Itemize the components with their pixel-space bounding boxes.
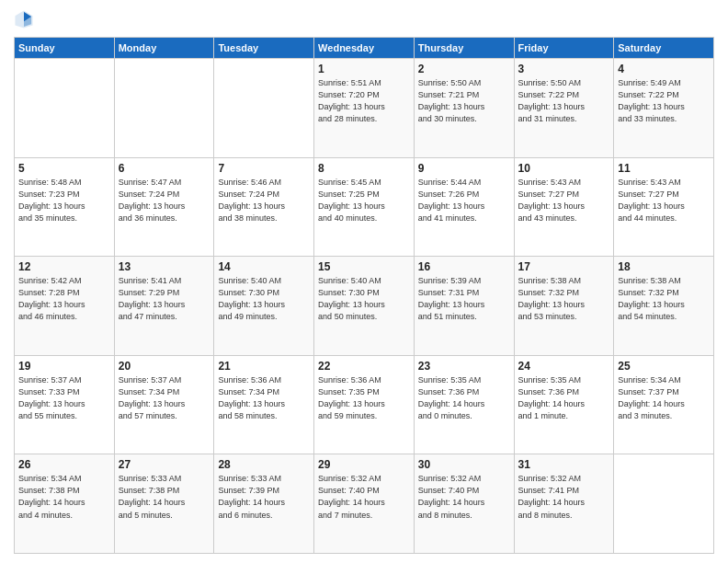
day-number: 12 [18, 260, 110, 273]
day-number: 19 [18, 360, 110, 373]
day-number: 20 [119, 360, 210, 373]
day-number: 16 [418, 260, 510, 273]
day-number: 21 [218, 360, 310, 373]
day-number: 8 [318, 162, 410, 175]
day-info: Sunrise: 5:40 AMSunset: 7:30 PMDaylight:… [318, 275, 410, 323]
day-info: Sunrise: 5:39 AMSunset: 7:31 PMDaylight:… [418, 275, 510, 323]
calendar-cell: 6Sunrise: 5:47 AMSunset: 7:24 PMDaylight… [114, 157, 214, 257]
day-info: Sunrise: 5:45 AMSunset: 7:25 PMDaylight:… [318, 177, 410, 224]
calendar-cell: 22Sunrise: 5:36 AMSunset: 7:35 PMDayligh… [314, 355, 415, 454]
day-number: 28 [218, 458, 310, 471]
day-info: Sunrise: 5:38 AMSunset: 7:32 PMDaylight:… [518, 275, 610, 323]
calendar-table: SundayMondayTuesdayWednesdayThursdayFrid… [14, 37, 714, 554]
calendar-cell: 12Sunrise: 5:42 AMSunset: 7:28 PMDayligh… [15, 257, 115, 356]
page: SundayMondayTuesdayWednesdayThursdayFrid… [0, 0, 728, 563]
column-header-thursday: Thursday [414, 38, 514, 59]
day-info: Sunrise: 5:37 AMSunset: 7:34 PMDaylight:… [119, 374, 210, 422]
day-info: Sunrise: 5:40 AMSunset: 7:30 PMDaylight:… [218, 275, 310, 323]
day-number: 10 [518, 162, 610, 175]
day-number: 26 [18, 458, 110, 471]
day-info: Sunrise: 5:34 AMSunset: 7:37 PMDaylight:… [618, 374, 710, 422]
day-number: 18 [618, 260, 710, 273]
day-info: Sunrise: 5:36 AMSunset: 7:35 PMDaylight:… [318, 374, 410, 422]
calendar-cell: 3Sunrise: 5:50 AMSunset: 7:22 PMDaylight… [514, 59, 614, 158]
day-number: 4 [618, 63, 710, 75]
day-number: 3 [518, 63, 610, 75]
calendar-cell [614, 454, 714, 554]
calendar-week-row: 19Sunrise: 5:37 AMSunset: 7:33 PMDayligh… [15, 355, 714, 454]
calendar-cell: 18Sunrise: 5:38 AMSunset: 7:32 PMDayligh… [614, 257, 714, 356]
calendar-week-row: 1Sunrise: 5:51 AMSunset: 7:20 PMDaylight… [15, 59, 714, 158]
day-number: 13 [119, 260, 210, 273]
calendar-cell: 27Sunrise: 5:33 AMSunset: 7:38 PMDayligh… [114, 454, 214, 554]
day-info: Sunrise: 5:35 AMSunset: 7:36 PMDaylight:… [518, 374, 610, 422]
day-info: Sunrise: 5:36 AMSunset: 7:34 PMDaylight:… [218, 374, 310, 422]
day-number: 7 [218, 162, 310, 175]
calendar-cell: 8Sunrise: 5:45 AMSunset: 7:25 PMDaylight… [314, 157, 415, 257]
calendar-cell: 1Sunrise: 5:51 AMSunset: 7:20 PMDaylight… [314, 59, 415, 158]
column-header-tuesday: Tuesday [214, 38, 314, 59]
calendar-cell: 16Sunrise: 5:39 AMSunset: 7:31 PMDayligh… [414, 257, 514, 356]
logo [14, 9, 38, 29]
day-number: 11 [618, 162, 710, 175]
day-info: Sunrise: 5:41 AMSunset: 7:29 PMDaylight:… [119, 275, 210, 323]
day-number: 5 [18, 162, 110, 175]
day-info: Sunrise: 5:37 AMSunset: 7:33 PMDaylight:… [18, 374, 110, 422]
calendar-week-row: 5Sunrise: 5:48 AMSunset: 7:23 PMDaylight… [15, 157, 714, 257]
calendar-cell: 19Sunrise: 5:37 AMSunset: 7:33 PMDayligh… [15, 355, 115, 454]
calendar-week-row: 12Sunrise: 5:42 AMSunset: 7:28 PMDayligh… [15, 257, 714, 356]
calendar-cell: 21Sunrise: 5:36 AMSunset: 7:34 PMDayligh… [214, 355, 314, 454]
day-info: Sunrise: 5:46 AMSunset: 7:24 PMDaylight:… [218, 177, 310, 224]
day-info: Sunrise: 5:32 AMSunset: 7:40 PMDaylight:… [418, 473, 510, 521]
calendar-cell [114, 59, 214, 158]
calendar-week-row: 26Sunrise: 5:34 AMSunset: 7:38 PMDayligh… [15, 454, 714, 554]
calendar-cell: 29Sunrise: 5:32 AMSunset: 7:40 PMDayligh… [314, 454, 415, 554]
calendar-cell: 10Sunrise: 5:43 AMSunset: 7:27 PMDayligh… [514, 157, 614, 257]
calendar-cell: 14Sunrise: 5:40 AMSunset: 7:30 PMDayligh… [214, 257, 314, 356]
day-number: 25 [618, 360, 710, 373]
day-info: Sunrise: 5:49 AMSunset: 7:22 PMDaylight:… [618, 77, 710, 125]
day-info: Sunrise: 5:43 AMSunset: 7:27 PMDaylight:… [618, 177, 710, 224]
calendar-cell: 4Sunrise: 5:49 AMSunset: 7:22 PMDaylight… [614, 59, 714, 158]
calendar-cell: 2Sunrise: 5:50 AMSunset: 7:21 PMDaylight… [414, 59, 514, 158]
calendar-cell: 7Sunrise: 5:46 AMSunset: 7:24 PMDaylight… [214, 157, 314, 257]
day-number: 23 [418, 360, 510, 373]
day-number: 27 [119, 458, 210, 471]
column-header-saturday: Saturday [614, 38, 714, 59]
day-number: 14 [218, 260, 310, 273]
column-header-friday: Friday [514, 38, 614, 59]
day-info: Sunrise: 5:38 AMSunset: 7:32 PMDaylight:… [618, 275, 710, 323]
calendar-cell: 5Sunrise: 5:48 AMSunset: 7:23 PMDaylight… [15, 157, 115, 257]
day-info: Sunrise: 5:43 AMSunset: 7:27 PMDaylight:… [518, 177, 610, 224]
calendar-cell: 24Sunrise: 5:35 AMSunset: 7:36 PMDayligh… [514, 355, 614, 454]
calendar-cell [214, 59, 314, 158]
logo-icon [14, 9, 34, 29]
day-info: Sunrise: 5:33 AMSunset: 7:39 PMDaylight:… [218, 473, 310, 521]
calendar-header-row: SundayMondayTuesdayWednesdayThursdayFrid… [15, 38, 714, 59]
day-info: Sunrise: 5:35 AMSunset: 7:36 PMDaylight:… [418, 374, 510, 422]
calendar-cell: 17Sunrise: 5:38 AMSunset: 7:32 PMDayligh… [514, 257, 614, 356]
day-number: 17 [518, 260, 610, 273]
calendar-cell: 25Sunrise: 5:34 AMSunset: 7:37 PMDayligh… [614, 355, 714, 454]
day-info: Sunrise: 5:32 AMSunset: 7:41 PMDaylight:… [518, 473, 610, 521]
calendar-cell: 31Sunrise: 5:32 AMSunset: 7:41 PMDayligh… [514, 454, 614, 554]
day-info: Sunrise: 5:34 AMSunset: 7:38 PMDaylight:… [18, 473, 110, 521]
column-header-wednesday: Wednesday [314, 38, 415, 59]
day-number: 22 [318, 360, 410, 373]
day-number: 15 [318, 260, 410, 273]
calendar-cell: 30Sunrise: 5:32 AMSunset: 7:40 PMDayligh… [414, 454, 514, 554]
day-info: Sunrise: 5:51 AMSunset: 7:20 PMDaylight:… [318, 77, 410, 125]
column-header-sunday: Sunday [15, 38, 115, 59]
calendar-cell: 15Sunrise: 5:40 AMSunset: 7:30 PMDayligh… [314, 257, 415, 356]
calendar-cell: 26Sunrise: 5:34 AMSunset: 7:38 PMDayligh… [15, 454, 115, 554]
day-number: 6 [119, 162, 210, 175]
calendar-cell: 28Sunrise: 5:33 AMSunset: 7:39 PMDayligh… [214, 454, 314, 554]
day-number: 29 [318, 458, 410, 471]
calendar-cell: 11Sunrise: 5:43 AMSunset: 7:27 PMDayligh… [614, 157, 714, 257]
day-info: Sunrise: 5:50 AMSunset: 7:22 PMDaylight:… [518, 77, 610, 125]
calendar-cell: 23Sunrise: 5:35 AMSunset: 7:36 PMDayligh… [414, 355, 514, 454]
day-info: Sunrise: 5:32 AMSunset: 7:40 PMDaylight:… [318, 473, 410, 521]
day-number: 2 [418, 63, 510, 75]
day-info: Sunrise: 5:50 AMSunset: 7:21 PMDaylight:… [418, 77, 510, 125]
day-number: 24 [518, 360, 610, 373]
